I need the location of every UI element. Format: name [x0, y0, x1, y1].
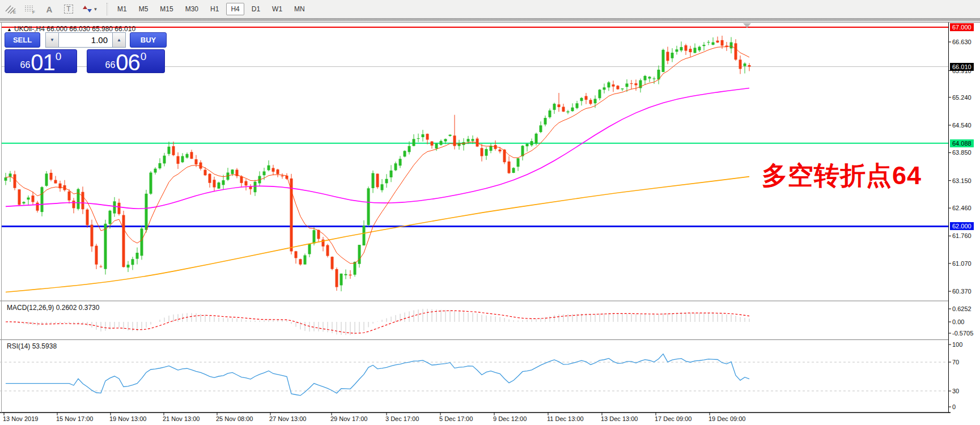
rsi-indicator-label: RSI(14) 53.5938 [7, 342, 57, 350]
fibo-fan-tool-button[interactable]: F [22, 2, 39, 16]
toolbar-separator [107, 3, 108, 15]
rsi-line [6, 354, 749, 396]
fibo-fan-icon: F [24, 4, 36, 14]
text-box-tool-button[interactable]: T [60, 2, 77, 16]
macd-signal-line [6, 311, 749, 333]
timeframe-m5-button[interactable]: M5 [134, 3, 153, 15]
window-divider [0, 18, 980, 22]
text-label-tool-button[interactable]: A [41, 2, 58, 16]
timeframe-m1-button[interactable]: M1 [113, 3, 131, 15]
toolbar: E F A T ▼ [0, 0, 980, 19]
one-click-trading-panel: SELL ▼ ▲ BUY 66010 66060 [5, 32, 169, 73]
text-box-icon: T [64, 5, 73, 14]
ask-prefix: 66 [105, 61, 116, 70]
volume-increase-button[interactable]: ▲ [113, 32, 126, 48]
ask-price-panel[interactable]: 66060 [87, 49, 165, 73]
bid-prefix: 66 [20, 61, 31, 70]
timeframe-d1-button[interactable]: D1 [247, 3, 265, 15]
volume-decrease-button[interactable]: ▼ [45, 32, 58, 48]
arrow-objects-tool-button[interactable]: ▼ [79, 2, 101, 16]
dropdown-caret-icon: ▼ [94, 7, 98, 12]
timeframe-m15-button[interactable]: M15 [155, 3, 177, 15]
macd-indicator-label: MACD(12,26,9) 0.2602 0.3730 [7, 304, 99, 312]
bid-big-digits: 01 [31, 53, 55, 72]
svg-text:F: F [32, 10, 35, 14]
bid-price-panel[interactable]: 66010 [5, 49, 77, 73]
volume-input[interactable] [58, 32, 113, 48]
text-label-icon: A [46, 5, 53, 14]
arrows-icon [83, 5, 92, 14]
timeframe-mn-button[interactable]: MN [290, 3, 309, 15]
ask-big-digits: 06 [116, 53, 140, 72]
timeframe-m30-button[interactable]: M30 [181, 3, 203, 15]
buy-button[interactable]: BUY [130, 32, 167, 48]
macd-histogram [6, 309, 749, 335]
sell-button[interactable]: SELL [5, 32, 40, 48]
one-click-collapse-icon[interactable]: ▲ [7, 27, 12, 32]
ask-pip-digit: 0 [141, 51, 147, 62]
slow-ma [6, 177, 749, 292]
chart-symbol-line: ▲UKOil-,H4 66.000 66.030 65.980 66.010 [7, 25, 135, 33]
timeframe-h1-button[interactable]: H1 [206, 3, 223, 15]
fibo-expansion-tool-button[interactable]: E [2, 2, 19, 16]
symbol-ohlc-text: UKOil-,H4 66.000 66.030 65.980 66.010 [14, 25, 135, 33]
trading-terminal-window: E F A T ▼ [0, 0, 980, 425]
bid-pip-digit: 0 [56, 51, 62, 62]
fibo-expansion-icon: E [5, 4, 17, 14]
timeframe-h4-button[interactable]: H4 [226, 3, 244, 15]
timeframe-w1-button[interactable]: W1 [268, 3, 287, 15]
chart-annotation-text: 多空转折点64 [762, 159, 922, 193]
svg-text:E: E [13, 10, 16, 14]
